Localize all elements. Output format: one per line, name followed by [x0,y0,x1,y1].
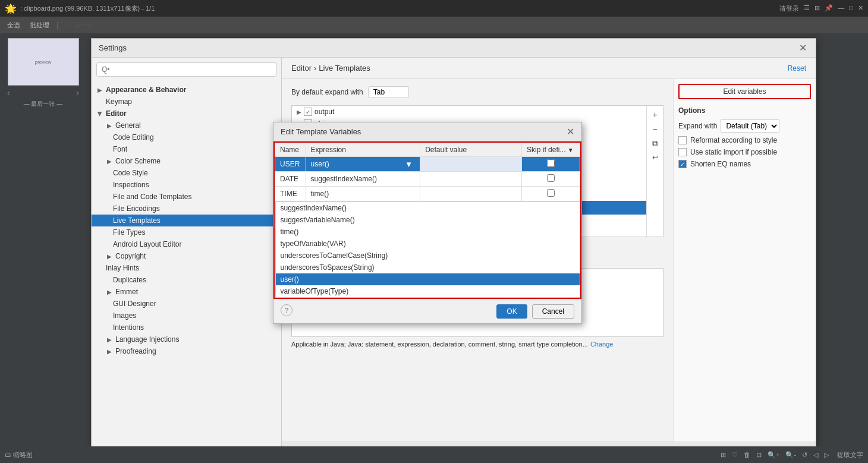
extract-text-label[interactable]: 提取文字 [837,451,863,459]
sidebar-item-emmet[interactable]: ▶ Emmet [92,286,281,298]
table-row-user[interactable]: USER ▼ [275,157,580,172]
prev-arrow[interactable]: ‹ [7,88,10,97]
static-import-checkbox[interactable] [678,148,687,156]
dropdown-item[interactable]: time() [276,226,580,238]
sidebar-item-editor[interactable]: ▶ Editor [92,108,281,119]
dropdown-item[interactable]: suggestIndexName() [276,202,580,214]
bottom-icon-6[interactable]: 🔍- [785,451,796,459]
sidebar-label: Color Scheme [115,157,161,165]
sidebar-item-images[interactable]: Images [92,310,281,322]
sidebar-item-code-style[interactable]: Code Style [92,167,281,179]
skip-checkbox[interactable] [547,159,555,167]
remove-button[interactable]: − [649,122,662,136]
sidebar-item-appearance[interactable]: ▶ Appearance & Behavior [92,84,281,96]
reset-button[interactable]: Reset [788,64,806,73]
bottom-icon-3[interactable]: 🗑 [744,451,750,458]
template-group-output[interactable]: ▶ ✓ output [292,106,646,118]
minimize-icon[interactable]: — [838,4,844,13]
sidebar-item-general[interactable]: ▶ General [92,119,281,131]
add-button[interactable]: + [649,108,662,121]
sidebar-item-inspections[interactable]: Inspections [92,179,281,191]
thumbnails-label[interactable]: 🗂 缩略图 [5,451,33,459]
dropdown-item[interactable]: underscoresToCamelCase(String) [276,250,580,262]
col-default: Default value [420,143,522,157]
sidebar-label: Appearance & Behavior [106,86,186,94]
sidebar-item-file-and-code[interactable]: File and Code Templates [92,191,281,203]
sidebar-item-keymap[interactable]: Keymap [92,96,281,108]
sidebar-item-code-editing[interactable]: Code Editing [92,131,281,143]
bottom-icon-4[interactable]: ⊡ [756,451,762,459]
modal-cancel-button[interactable]: Cancel [532,304,574,319]
dropdown-item[interactable]: typeOfVariable(VAR) [276,238,580,250]
expand-with-option-select[interactable]: Default (Tab) Tab Enter [721,119,779,133]
skip-checkbox[interactable] [547,174,555,182]
copy-button[interactable]: ⧉ [649,137,662,150]
default-value-input[interactable] [425,160,517,168]
options-title: Options [678,106,811,115]
undo-button[interactable]: ↩ [649,151,662,164]
sidebar-item-live-templates[interactable]: Live Templates [92,215,281,226]
shorten-eq-checkbox[interactable]: ✓ [678,160,687,168]
settings-search-input[interactable] [96,62,276,77]
dialog-area: Settings ✕ ▶ Appearance [86,33,868,446]
dropdown-item[interactable]: underscoresToSpaces(String) [276,262,580,273]
reformat-checkbox[interactable] [678,136,687,144]
settings-sidebar: ▶ Appearance & Behavior Keymap ▶ [92,58,282,446]
sidebar-label: Intentions [113,323,144,332]
bottom-icon-7[interactable]: ↺ [802,451,807,459]
sidebar-item-color-scheme[interactable]: ▶ Color Scheme [92,155,281,167]
settings-close-button[interactable]: ✕ [797,42,809,54]
bottom-icon-9[interactable]: ▷ [824,451,829,459]
expression-input[interactable] [311,160,402,168]
sidebar-item-android-layout[interactable]: Android Layout Editor [92,238,281,250]
sidebar-item-inlay-hints[interactable]: Inlay Hints [92,262,281,274]
breadcrumb-part2: Live Templates [319,64,370,73]
sidebar-item-file-encodings[interactable]: File Encodings [92,203,281,215]
expression-dropdown-btn[interactable]: ▼ [402,160,415,169]
sidebar-item-duplicates[interactable]: Duplicates [92,274,281,286]
dropdown-item[interactable]: suggestVariableName() [276,214,580,226]
cell-default[interactable] [420,187,522,201]
batch-btn[interactable]: 批处理 [27,20,52,31]
cell-default[interactable] [420,157,522,172]
modal-help-button[interactable]: ? [281,304,293,316]
bottom-right: ⊞ ♡ 🗑 ⊡ 🔍+ 🔍- ↺ ◁ ▷ 提取文字 [721,451,863,459]
grid-icon[interactable]: ⊞ [814,4,820,13]
sidebar-label: File Encodings [113,204,160,213]
maximize-icon[interactable]: □ [849,4,853,13]
shorten-eq-label: Shorten EQ names [690,160,751,168]
bottom-icon-1[interactable]: ⊞ [721,451,726,459]
dropdown-item[interactable]: variableOfType(Type) [276,285,580,297]
next-arrow[interactable]: › [76,88,79,97]
menu-icon[interactable]: ☰ [804,4,810,13]
table-row-date[interactable]: DATE suggestIndexName() [275,172,580,187]
sidebar-item-copyright[interactable]: ▶ Copyright [92,250,281,262]
table-row-time[interactable]: TIME time() [275,187,580,201]
skip-checkbox[interactable] [547,189,555,197]
bottom-icon-2[interactable]: ♡ [732,451,738,459]
sidebar-item-proofreading[interactable]: ▶ Proofreading [92,345,281,357]
cell-default[interactable] [420,172,522,187]
sidebar-item-file-types[interactable]: File Types [92,226,281,238]
bottom-icon-5[interactable]: 🔍+ [768,451,779,459]
edit-variables-button[interactable]: Edit variables [678,84,811,99]
change-link[interactable]: Change [590,341,614,348]
modal-ok-button[interactable]: OK [496,304,527,319]
select-all-btn[interactable]: 全选 [5,20,23,31]
expand-with-select[interactable]: Tab Enter Space [368,86,409,98]
breadcrumb-part1: Editor [291,64,312,73]
sidebar-item-intentions[interactable]: Intentions [92,322,281,333]
cell-skip [522,172,580,187]
close-icon[interactable]: ✕ [858,4,863,13]
sidebar-item-language-injections[interactable]: ▶ Language Injections [92,333,281,345]
sidebar-item-font[interactable]: Font [92,143,281,155]
group-checkbox[interactable]: ✓ [304,108,312,116]
dropdown-item-selected[interactable]: user() [276,273,580,285]
breadcrumb-arrow: › [314,64,316,73]
options-panel: Edit variables Options Expand with Defau… [673,79,816,442]
sidebar-item-gui-designer[interactable]: GUI Designer [92,298,281,310]
window-title: : clipboard.png (99.96KB, 1311x711像素) - … [20,4,155,13]
pin-icon[interactable]: 📌 [825,4,833,13]
bottom-icon-8[interactable]: ◁ [813,451,818,459]
modal-close-button[interactable]: ✕ [567,126,574,137]
